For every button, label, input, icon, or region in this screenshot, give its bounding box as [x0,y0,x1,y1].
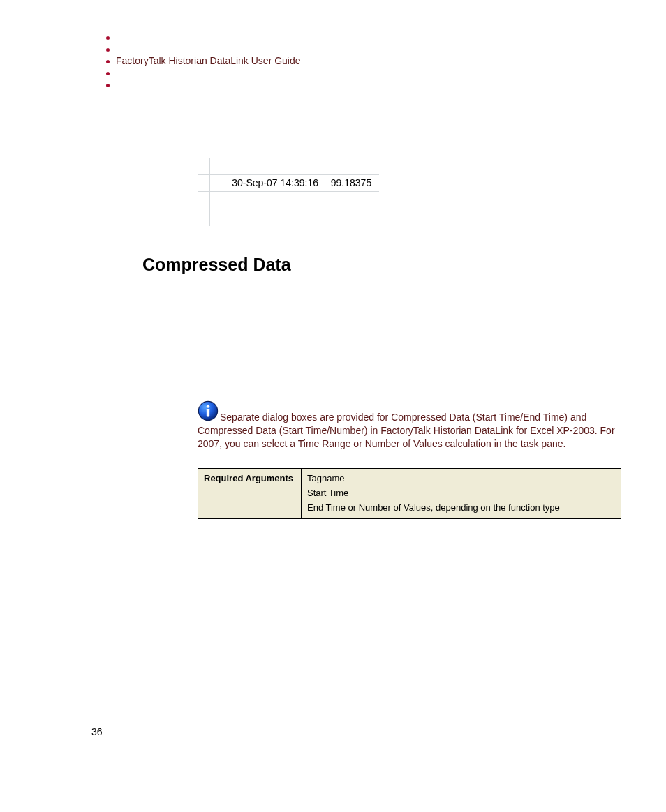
table-cell [198,192,210,209]
info-icon [198,400,219,424]
argument-item: Start Time [307,488,615,498]
table-cell [323,209,379,227]
info-note-text: Separate dialog boxes are provided for C… [198,412,615,449]
argument-item: Tagname [307,473,615,483]
header-dots [106,36,110,87]
required-arguments-table: Required Arguments Tagname Start Time En… [198,468,621,519]
bullet-dot [106,72,110,75]
page: FactoryTalk Historian DataLink User Guid… [0,0,666,812]
table-cell [210,209,323,227]
required-arguments-values: Tagname Start Time End Time or Number of… [302,469,621,519]
table-cell [210,158,323,175]
table-cell [198,175,210,193]
table-cell [198,209,210,227]
value-cell: 99.18375 [323,175,379,193]
spreadsheet-snippet: 30-Sep-07 14:39:16 99.18375 [198,158,384,226]
timestamp-cell: 30-Sep-07 14:39:16 [210,175,323,193]
svg-point-1 [207,405,210,408]
section-heading: Compressed Data [142,255,291,275]
table-cell [210,192,323,209]
table-cell [198,158,210,175]
required-arguments-label: Required Arguments [198,469,302,519]
bullet-dot [106,48,110,52]
bullet-dot [106,60,110,63]
document-title: FactoryTalk Historian DataLink User Guid… [116,55,301,66]
bullet-dot [106,84,110,87]
table-cell [323,158,379,175]
svg-rect-2 [207,409,209,416]
page-number: 36 [91,726,103,737]
argument-item: End Time or Number of Values, depending … [307,502,615,513]
bullet-dot [106,36,110,40]
table-cell [323,192,379,209]
info-note: Separate dialog boxes are provided for C… [198,400,620,451]
